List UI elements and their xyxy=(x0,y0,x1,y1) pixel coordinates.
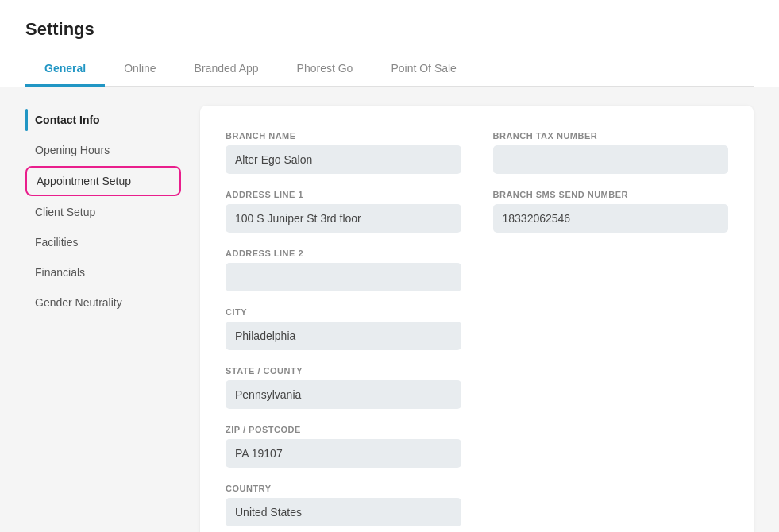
form-group-city: City xyxy=(226,307,461,350)
form-group-address-line-2: Address Line 2 xyxy=(226,249,461,291)
form-group-state-county: State / County xyxy=(226,366,461,409)
input-country[interactable] xyxy=(226,498,461,526)
sidebar-item-facilities[interactable]: Facilities xyxy=(25,228,181,256)
label-branch-name: Branch Name xyxy=(226,131,461,141)
tab-point-of-sale[interactable]: Point Of Sale xyxy=(372,52,476,87)
form-group-country: Country xyxy=(226,484,461,526)
input-city[interactable] xyxy=(226,322,461,350)
sidebar-item-opening-hours[interactable]: Opening Hours xyxy=(25,136,181,164)
input-branch-name[interactable] xyxy=(226,145,461,174)
form-left-column: Branch Name Address Line 1 Address Line … xyxy=(226,131,461,532)
content-area: Contact Info Opening Hours Appointment S… xyxy=(0,87,779,532)
tab-general[interactable]: General xyxy=(25,52,105,87)
sidebar: Contact Info Opening Hours Appointment S… xyxy=(25,106,200,532)
page-title: Settings xyxy=(25,19,754,40)
label-country: Country xyxy=(226,484,461,493)
form-grid: Branch Name Address Line 1 Address Line … xyxy=(226,131,728,532)
form-group-zip-postcode: Zip / Postcode xyxy=(226,425,461,468)
input-address-line-2[interactable] xyxy=(226,263,461,291)
sidebar-item-client-setup[interactable]: Client Setup xyxy=(25,198,181,226)
input-address-line-1[interactable] xyxy=(226,204,461,233)
input-branch-tax-number[interactable] xyxy=(493,145,729,174)
sidebar-item-contact-info[interactable]: Contact Info xyxy=(25,106,181,134)
label-state-county: State / County xyxy=(226,366,461,376)
label-city: City xyxy=(226,307,461,317)
label-zip-postcode: Zip / Postcode xyxy=(226,425,461,434)
form-right-column: Branch Tax Number Branch SMS Send Number xyxy=(493,131,729,532)
sidebar-item-financials[interactable]: Financials xyxy=(25,258,181,287)
tab-branded-app[interactable]: Branded App xyxy=(175,52,278,87)
tab-phorest-go[interactable]: Phorest Go xyxy=(278,52,372,87)
form-group-branch-name: Branch Name xyxy=(226,131,461,174)
sidebar-item-gender-neutrality[interactable]: Gender Neutrality xyxy=(25,288,181,317)
input-zip-postcode[interactable] xyxy=(226,439,461,468)
header: Settings General Online Branded App Phor… xyxy=(0,0,779,87)
input-branch-sms-send-number[interactable] xyxy=(493,204,729,233)
label-branch-sms-send-number: Branch SMS Send Number xyxy=(493,190,729,199)
tab-online[interactable]: Online xyxy=(105,52,175,87)
main-panel: Branch Name Address Line 1 Address Line … xyxy=(200,106,754,532)
page-wrapper: Settings General Online Branded App Phor… xyxy=(0,0,779,532)
label-address-line-1: Address Line 1 xyxy=(226,190,461,199)
form-group-branch-tax-number: Branch Tax Number xyxy=(493,131,729,174)
tabs-nav: General Online Branded App Phorest Go Po… xyxy=(25,52,754,87)
form-group-branch-sms-send-number: Branch SMS Send Number xyxy=(493,190,729,233)
form-group-address-line-1: Address Line 1 xyxy=(226,190,461,233)
input-state-county[interactable] xyxy=(226,380,461,409)
label-branch-tax-number: Branch Tax Number xyxy=(493,131,729,141)
sidebar-item-appointment-setup[interactable]: Appointment Setup xyxy=(25,166,181,196)
label-address-line-2: Address Line 2 xyxy=(226,249,461,258)
